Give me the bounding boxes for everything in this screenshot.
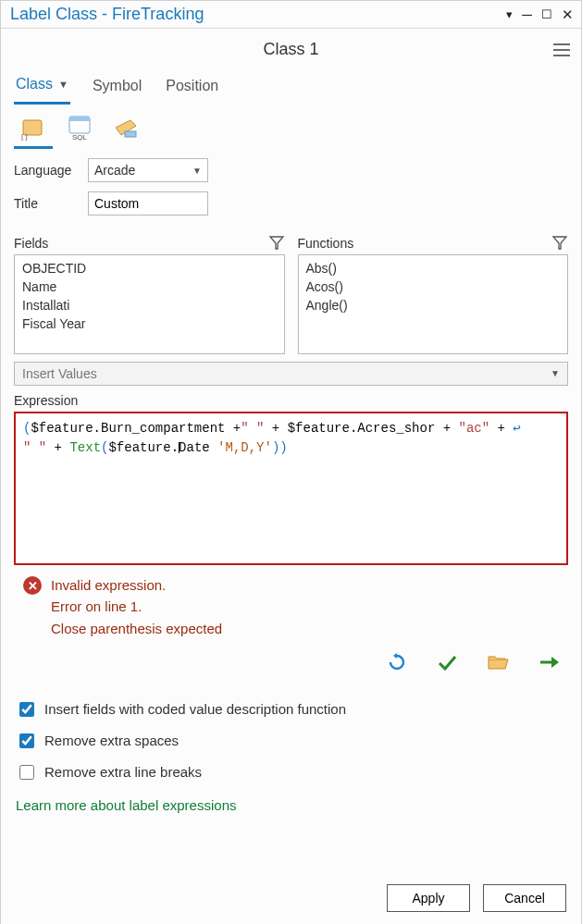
expr-token: Text	[69, 440, 101, 455]
svg-marker-9	[393, 653, 397, 659]
list-item[interactable]: Installati	[15, 296, 284, 314]
list-item[interactable]: OBJECTID	[15, 259, 284, 277]
coded-values-checkbox[interactable]	[19, 702, 34, 717]
svg-marker-11	[551, 657, 559, 668]
expr-token: +	[489, 421, 513, 436]
minimize-icon[interactable]: ─	[522, 7, 532, 21]
cancel-button[interactable]: Cancel	[483, 884, 566, 912]
check-row[interactable]: Insert fields with coded value descripti…	[16, 694, 566, 725]
remove-breaks-label: Remove extra line breaks	[44, 764, 202, 780]
text-cursor	[179, 442, 180, 453]
revert-icon[interactable]	[387, 652, 407, 675]
title-input[interactable]	[88, 191, 208, 216]
caret-down-icon: ▼	[192, 166, 202, 176]
error-icon: ✕	[23, 576, 42, 595]
list-item[interactable]: Fiscal Year	[15, 314, 284, 333]
options-checks: Insert fields with coded value descripti…	[1, 675, 581, 788]
expr-token: $feature.Burn_compartment +	[31, 421, 241, 436]
tag-tab-icon[interactable]	[106, 113, 145, 149]
filter-icon[interactable]	[268, 234, 285, 251]
class-header: Class 1	[1, 29, 581, 70]
list-item[interactable]: Name	[15, 277, 284, 296]
title-bar: Label Class - FireTracking ▾ ─ ☐ ✕	[1, 1, 581, 29]
sub-tabs: [ ] SQL	[1, 105, 581, 149]
hamburger-menu-icon[interactable]	[553, 43, 570, 56]
expression-label: Expression	[1, 386, 581, 412]
maximize-icon[interactable]: ☐	[541, 8, 552, 20]
tab-symbol-label: Symbol	[93, 78, 142, 94]
sql-tab-icon[interactable]: SQL	[60, 113, 99, 149]
title-row: Title	[1, 182, 581, 216]
list-item[interactable]: Abs()	[299, 259, 568, 277]
title-label: Title	[14, 196, 79, 211]
arrow-right-icon[interactable]	[539, 652, 559, 675]
tab-class[interactable]: Class ▼	[14, 70, 70, 105]
caret-down-icon: ▼	[551, 368, 560, 378]
language-label: Language	[14, 163, 79, 178]
svg-rect-3	[69, 117, 90, 121]
list-item[interactable]: Angle()	[299, 296, 568, 314]
check-row[interactable]: Remove extra spaces	[16, 725, 566, 757]
fields-label: Fields	[14, 236, 48, 251]
remove-breaks-checkbox[interactable]	[19, 765, 34, 780]
expr-token: Date	[179, 440, 217, 455]
functions-column: Functions Abs() Acos() Angle()	[298, 234, 569, 354]
svg-marker-7	[270, 237, 283, 249]
wrap-icon: ↩	[513, 421, 520, 436]
folder-open-icon[interactable]	[487, 652, 509, 675]
error-line: Close parenthesis expected	[51, 618, 222, 639]
main-tabs: Class ▼ Symbol Position	[1, 70, 581, 105]
close-icon[interactable]: ✕	[562, 7, 574, 21]
dropdown-icon[interactable]: ▾	[506, 8, 513, 20]
list-item[interactable]: Acos()	[299, 277, 568, 296]
expr-token: " "	[23, 440, 46, 455]
validate-icon[interactable]	[437, 652, 457, 675]
language-row: Language Arcade ▼	[1, 149, 581, 182]
window-controls: ▾ ─ ☐ ✕	[506, 7, 574, 21]
expr-token: +	[46, 440, 69, 455]
error-block: ✕ Invalid expression. Error on line 1. C…	[1, 565, 581, 639]
expr-token: 'M,D,Y'	[217, 440, 272, 455]
insert-values-label: Insert Values	[22, 366, 97, 381]
remove-spaces-checkbox[interactable]	[19, 733, 34, 748]
svg-marker-8	[553, 237, 566, 249]
expr-token: "ac"	[459, 421, 490, 436]
tab-symbol[interactable]: Symbol	[91, 70, 143, 105]
error-line: Error on line 1.	[51, 596, 222, 617]
check-row[interactable]: Remove extra line breaks	[16, 757, 566, 788]
apply-button[interactable]: Apply	[387, 884, 470, 912]
label-class-panel: Label Class - FireTracking ▾ ─ ☐ ✕ Class…	[0, 0, 582, 924]
chevron-down-icon: ▼	[58, 79, 68, 90]
tab-class-label: Class	[16, 76, 53, 92]
error-line: Invalid expression.	[51, 574, 222, 596]
svg-rect-6	[125, 131, 136, 137]
svg-text:SQL: SQL	[72, 133, 88, 141]
language-value: Arcade	[94, 163, 135, 178]
functions-listbox[interactable]: Abs() Acos() Angle()	[298, 254, 569, 354]
lists-row: Fields OBJECTID Name Installati Fiscal Y…	[1, 216, 581, 354]
tab-position-label: Position	[166, 78, 218, 94]
language-select[interactable]: Arcade ▼	[88, 158, 208, 182]
window-title: Label Class - FireTracking	[10, 5, 506, 24]
filter-icon[interactable]	[551, 234, 568, 251]
expr-token: ))	[272, 440, 288, 455]
fields-listbox[interactable]: OBJECTID Name Installati Fiscal Year	[14, 254, 285, 354]
expression-editor[interactable]: ($feature.Burn_compartment +" " + $featu…	[14, 412, 568, 565]
class-name-label: Class 1	[263, 40, 318, 58]
fields-column: Fields OBJECTID Name Installati Fiscal Y…	[14, 234, 285, 354]
footer: Apply Cancel	[1, 873, 581, 924]
expression-tab-icon[interactable]: [ ]	[14, 113, 53, 149]
expr-token: $feature.	[108, 440, 179, 455]
svg-text:[ ]: [ ]	[21, 132, 28, 141]
expression-actions	[1, 639, 581, 675]
coded-values-label: Insert fields with coded value descripti…	[44, 701, 346, 717]
tab-position[interactable]: Position	[164, 70, 220, 105]
functions-label: Functions	[298, 236, 354, 251]
remove-spaces-label: Remove extra spaces	[44, 733, 179, 748]
expr-token: + $feature.Acres_shor +	[264, 421, 458, 436]
expr-token: " "	[241, 421, 264, 436]
learn-more-link[interactable]: Learn more about label expressions	[1, 788, 581, 813]
insert-values-select[interactable]: Insert Values ▼	[14, 362, 568, 386]
error-messages: Invalid expression. Error on line 1. Clo…	[51, 574, 222, 639]
